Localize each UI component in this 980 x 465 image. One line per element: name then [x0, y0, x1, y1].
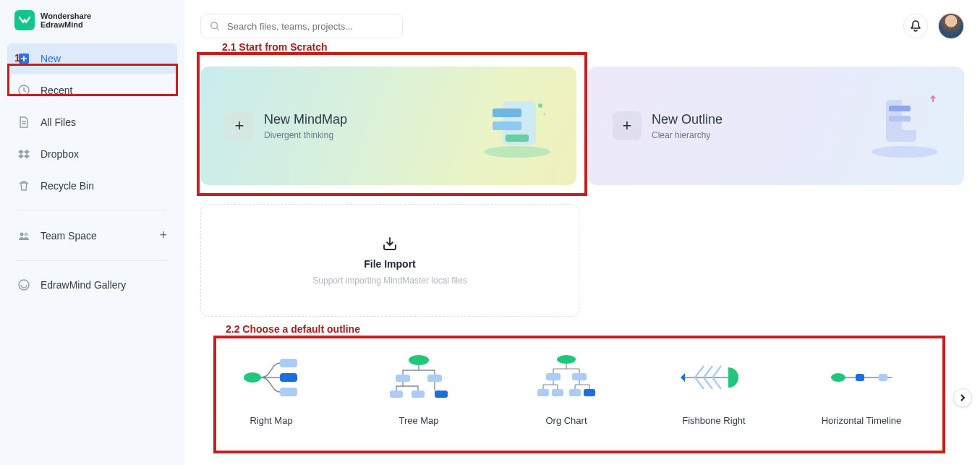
svg-rect-9	[493, 121, 521, 130]
gallery-icon	[17, 278, 30, 291]
template-tree-map[interactable]: Tree Map	[350, 353, 487, 426]
svg-point-3	[25, 232, 28, 236]
sidebar-item-recycle-bin[interactable]: Recycle Bin	[7, 171, 177, 201]
timeline-icon	[825, 353, 898, 402]
logo-icon	[14, 10, 35, 30]
search-icon	[210, 21, 220, 31]
sidebar-item-label: All Files	[41, 116, 76, 128]
svg-rect-20	[280, 373, 297, 382]
svg-rect-37	[879, 374, 887, 381]
import-subtitle: Support importing MindMaster local files	[312, 276, 466, 286]
logo-text: Wondershare EdrawMind	[41, 12, 91, 29]
dropbox-icon	[17, 148, 30, 161]
search-field[interactable]	[227, 21, 393, 32]
svg-point-28	[557, 355, 576, 364]
search-input[interactable]	[200, 14, 403, 38]
svg-rect-10	[506, 135, 529, 142]
tree-map-icon	[383, 353, 455, 402]
svg-rect-25	[390, 391, 403, 398]
template-fishbone-right[interactable]: Fishbone Right	[645, 353, 783, 426]
svg-rect-15	[902, 94, 928, 130]
svg-rect-16	[889, 106, 911, 111]
svg-point-18	[244, 372, 261, 383]
import-title: File Import	[364, 258, 416, 270]
svg-point-6	[484, 146, 550, 158]
card-subtitle: Divergent thinking	[264, 130, 347, 140]
templates-scroll-next[interactable]	[953, 388, 972, 407]
template-org-chart[interactable]: Org Chart	[498, 353, 635, 426]
svg-rect-29	[546, 373, 561, 380]
templates-row: Right Map Tree Map	[200, 353, 932, 426]
template-label: Horizontal Timeline	[822, 415, 902, 426]
template-label: Tree Map	[399, 415, 438, 426]
file-import-card[interactable]: File Import Support importing MindMaster…	[200, 204, 579, 317]
new-mindmap-card[interactable]: + New MindMap Divergent thinking	[200, 67, 576, 185]
sidebar-item-label: Dropbox	[41, 148, 79, 160]
svg-point-22	[409, 355, 429, 365]
svg-point-12	[543, 113, 546, 116]
sidebar-item-label: Team Space	[41, 230, 97, 242]
svg-point-11	[538, 103, 542, 108]
annotation-step-1: 1.	[14, 52, 23, 64]
sidebar-item-new[interactable]: New	[7, 43, 177, 74]
team-icon	[17, 229, 30, 242]
sidebar-item-all-files[interactable]: All Files	[7, 107, 177, 137]
clock-icon	[17, 84, 30, 97]
template-label: Fishbone Right	[682, 415, 745, 426]
sidebar-item-recent[interactable]: Recent	[7, 75, 177, 106]
svg-point-5	[211, 22, 218, 29]
svg-rect-24	[427, 375, 442, 382]
bell-icon	[909, 20, 922, 33]
svg-rect-8	[493, 108, 521, 117]
sidebar-item-dropbox[interactable]: Dropbox	[7, 139, 177, 169]
sidebar-item-label: EdrawMind Gallery	[41, 279, 126, 291]
main-content: + New MindMap Divergent thinking	[184, 0, 980, 465]
sidebar-item-team-space[interactable]: Team Space +	[7, 219, 177, 252]
chevron-right-icon	[959, 394, 966, 401]
outline-illustration-icon	[861, 80, 948, 166]
doc-icon	[17, 116, 30, 129]
right-map-icon	[235, 353, 307, 402]
mindmap-illustration-icon	[474, 80, 561, 166]
card-subtitle: Clear hierarchy	[652, 130, 723, 140]
svg-rect-33	[569, 389, 581, 396]
svg-rect-34	[584, 389, 595, 396]
svg-rect-21	[280, 388, 297, 396]
topbar	[200, 13, 964, 39]
sidebar-item-label: Recent	[41, 85, 72, 96]
svg-rect-36	[856, 374, 864, 381]
svg-point-4	[19, 280, 29, 290]
template-label: Right Map	[250, 415, 292, 426]
annotation-step-21: 2.1 Start from Scratch	[222, 41, 328, 53]
annotation-step-22: 2.2 Choose a default outline	[226, 323, 360, 335]
svg-rect-27	[435, 391, 448, 398]
sidebar-item-gallery[interactable]: EdrawMind Gallery	[7, 270, 177, 300]
card-title: New MindMap	[264, 112, 347, 127]
svg-rect-30	[572, 373, 587, 380]
user-avatar[interactable]	[938, 13, 964, 39]
template-label: Org Chart	[545, 415, 587, 426]
svg-point-13	[872, 146, 938, 158]
add-team-icon[interactable]: +	[159, 228, 167, 243]
plus-icon: +	[225, 111, 254, 140]
plus-icon: +	[613, 111, 642, 140]
svg-rect-17	[889, 116, 911, 121]
divider	[17, 260, 167, 261]
svg-point-35	[831, 373, 845, 382]
new-outline-card[interactable]: + New Outline Clear hierarchy	[588, 67, 964, 185]
trash-icon	[17, 179, 30, 192]
svg-rect-32	[552, 389, 563, 396]
org-chart-icon	[530, 353, 602, 402]
sidebar-item-label: Recycle Bin	[41, 180, 94, 192]
app-logo: Wondershare EdrawMind	[7, 10, 177, 30]
fishbone-icon	[678, 353, 750, 402]
sidebar: Wondershare EdrawMind New Recent All Fil…	[0, 0, 184, 465]
svg-rect-31	[537, 389, 549, 396]
template-right-map[interactable]: Right Map	[203, 353, 340, 426]
import-icon	[381, 235, 399, 252]
svg-rect-23	[396, 375, 410, 382]
template-horizontal-timeline[interactable]: Horizontal Timeline	[793, 353, 930, 426]
divider	[17, 210, 167, 210]
card-title: New Outline	[652, 112, 723, 127]
notifications-button[interactable]	[903, 14, 928, 38]
